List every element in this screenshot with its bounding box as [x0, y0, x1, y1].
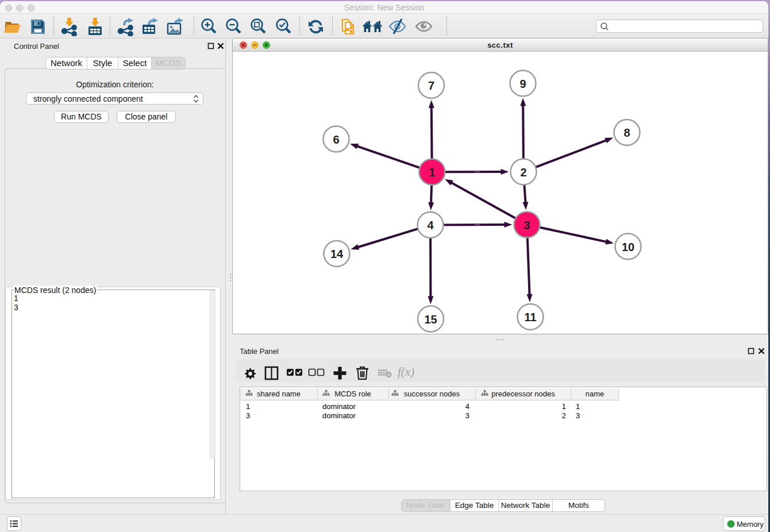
- svg-text:11: 11: [524, 311, 536, 323]
- svg-text:3: 3: [523, 219, 530, 232]
- svg-text:1: 1: [429, 166, 435, 179]
- svg-text:6: 6: [333, 133, 339, 146]
- svg-text:10: 10: [622, 241, 634, 253]
- svg-text:15: 15: [424, 313, 437, 326]
- svg-text:14: 14: [330, 248, 344, 260]
- svg-text:9: 9: [519, 78, 526, 90]
- svg-text:2: 2: [520, 166, 526, 179]
- svg-text:7: 7: [428, 79, 434, 92]
- svg-text:8: 8: [623, 126, 630, 139]
- svg-text:4: 4: [427, 219, 434, 232]
